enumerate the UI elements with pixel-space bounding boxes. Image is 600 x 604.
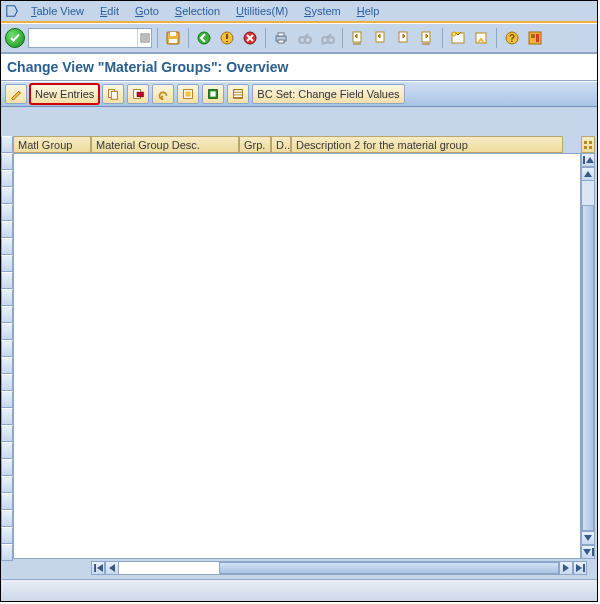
scroll-right-button[interactable] xyxy=(559,561,573,575)
back-button[interactable] xyxy=(194,28,214,48)
workspace: Matl Group Material Group Desc. Grp. D..… xyxy=(1,111,597,601)
row-selector[interactable] xyxy=(1,221,13,238)
scroll-down-button[interactable] xyxy=(581,531,595,545)
command-field[interactable] xyxy=(28,28,152,48)
page-title: Change View "Material Groups": Overview xyxy=(7,59,288,75)
row-selector[interactable] xyxy=(1,238,13,255)
standard-toolbar: ? xyxy=(1,23,597,53)
row-selector[interactable] xyxy=(1,459,13,476)
menu-goto[interactable]: Goto xyxy=(127,2,167,20)
help-button[interactable]: ? xyxy=(502,28,522,48)
menu-selection[interactable]: Selection xyxy=(167,2,228,20)
svg-rect-25 xyxy=(536,34,539,42)
col-matl-group[interactable]: Matl Group xyxy=(13,136,91,153)
enter-button[interactable] xyxy=(5,28,25,48)
deselect-all-button[interactable] xyxy=(227,84,249,104)
svg-rect-35 xyxy=(584,141,587,144)
menu-table-view[interactable]: Table View xyxy=(23,2,92,20)
vertical-scrollbar[interactable] xyxy=(581,153,595,559)
scroll-thumb-h[interactable] xyxy=(219,562,559,574)
svg-rect-8 xyxy=(278,33,284,36)
svg-rect-38 xyxy=(589,146,592,149)
row-selector[interactable] xyxy=(1,476,13,493)
toolbar-separator xyxy=(442,28,443,48)
menu-edit[interactable]: Edit xyxy=(92,2,127,20)
row-selector[interactable] xyxy=(1,187,13,204)
row-selector[interactable] xyxy=(1,374,13,391)
table-settings-button[interactable] xyxy=(581,136,595,153)
col-grp[interactable]: Grp. xyxy=(239,136,271,153)
row-selector[interactable] xyxy=(1,323,13,340)
new-entries-button[interactable]: New Entries xyxy=(30,84,99,104)
menu-system[interactable]: System xyxy=(296,2,349,20)
last-page-button[interactable] xyxy=(417,28,437,48)
svg-rect-24 xyxy=(531,34,535,38)
row-selector[interactable] xyxy=(1,289,13,306)
application-toolbar: New Entries BC Set: Change Field Values xyxy=(1,81,597,107)
col-desc2[interactable]: Description 2 for the material group xyxy=(291,136,563,153)
delete-button[interactable] xyxy=(127,84,149,104)
scroll-top-button[interactable] xyxy=(581,153,595,167)
layout-menu-button[interactable] xyxy=(525,28,545,48)
scroll-track[interactable] xyxy=(581,181,595,531)
scroll-left-button[interactable] xyxy=(105,561,119,575)
title-bar: Change View "Material Groups": Overview xyxy=(1,53,597,81)
scroll-up-button[interactable] xyxy=(581,167,595,181)
exit-button[interactable] xyxy=(217,28,237,48)
cancel-button[interactable] xyxy=(240,28,260,48)
row-selector-gutter xyxy=(1,136,13,559)
row-selector[interactable] xyxy=(1,544,13,561)
scroll-thumb[interactable] xyxy=(582,205,594,531)
generate-shortcut-button[interactable] xyxy=(471,28,491,48)
col-matl-desc[interactable]: Material Group Desc. xyxy=(91,136,239,153)
scroll-rightmost-button[interactable] xyxy=(573,561,587,575)
menu-help[interactable]: Help xyxy=(349,2,388,20)
row-selector[interactable] xyxy=(1,255,13,272)
command-history-dropdown[interactable] xyxy=(137,29,151,47)
row-selector[interactable] xyxy=(1,340,13,357)
first-page-button[interactable] xyxy=(348,28,368,48)
scroll-bottom-button[interactable] xyxy=(581,545,595,559)
svg-rect-3 xyxy=(169,39,177,43)
find-button[interactable] xyxy=(294,28,314,48)
change-display-button[interactable] xyxy=(5,84,27,104)
row-selector[interactable] xyxy=(1,306,13,323)
save-button[interactable] xyxy=(163,28,183,48)
row-selector[interactable] xyxy=(1,391,13,408)
find-next-button[interactable] xyxy=(317,28,337,48)
row-selector[interactable] xyxy=(1,408,13,425)
menu-bar: Table View Edit Goto Selection Utilities… xyxy=(1,1,597,23)
row-selector[interactable] xyxy=(1,136,13,153)
row-selector[interactable] xyxy=(1,425,13,442)
col-d[interactable]: D... xyxy=(271,136,291,153)
menu-utilities[interactable]: Utilities(M) xyxy=(228,2,296,20)
toolbar-separator xyxy=(265,28,266,48)
row-selector[interactable] xyxy=(1,272,13,289)
row-selector[interactable] xyxy=(1,527,13,544)
select-block-button[interactable] xyxy=(202,84,224,104)
prev-page-button[interactable] xyxy=(371,28,391,48)
row-selector[interactable] xyxy=(1,204,13,221)
svg-rect-29 xyxy=(137,92,143,96)
next-page-button[interactable] xyxy=(394,28,414,48)
row-selector[interactable] xyxy=(1,442,13,459)
bc-set-field-values-button[interactable]: BC Set: Change Field Values xyxy=(252,84,404,104)
horizontal-scrollbar[interactable] xyxy=(91,561,587,575)
row-selector[interactable] xyxy=(1,357,13,374)
new-session-button[interactable] xyxy=(448,28,468,48)
svg-text:?: ? xyxy=(509,33,515,44)
svg-rect-9 xyxy=(278,40,284,43)
row-selector[interactable] xyxy=(1,493,13,510)
scroll-leftmost-button[interactable] xyxy=(91,561,105,575)
select-all-button[interactable] xyxy=(177,84,199,104)
print-button[interactable] xyxy=(271,28,291,48)
toolbar-separator xyxy=(157,28,158,48)
scroll-track-h[interactable] xyxy=(119,561,559,575)
row-selector[interactable] xyxy=(1,153,13,170)
copy-button[interactable] xyxy=(102,84,124,104)
undo-button[interactable] xyxy=(152,84,174,104)
row-selector[interactable] xyxy=(1,170,13,187)
toolbar-separator xyxy=(496,28,497,48)
row-selector[interactable] xyxy=(1,510,13,527)
system-menu-icon[interactable] xyxy=(5,4,19,18)
